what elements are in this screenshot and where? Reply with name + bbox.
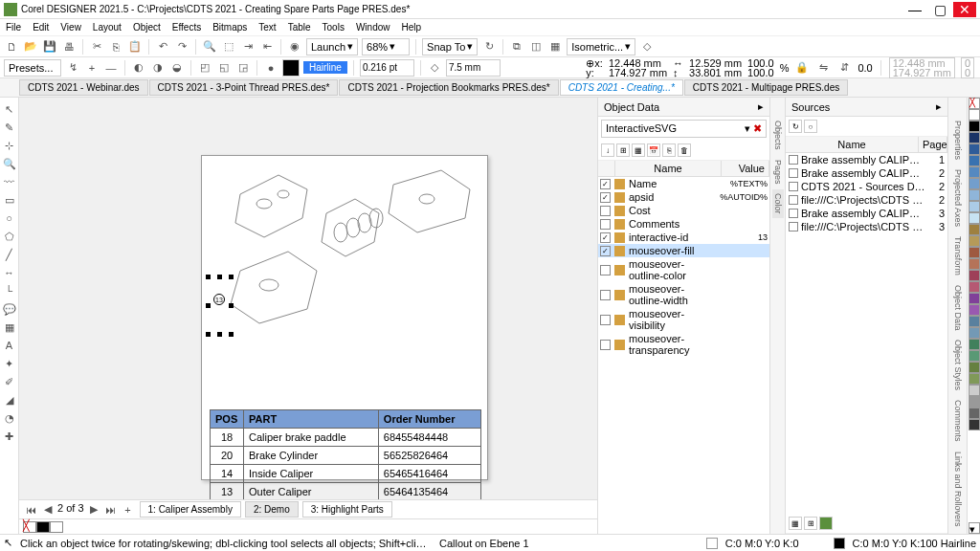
new-icon[interactable]: 🗋 bbox=[4, 39, 19, 55]
color-swatch[interactable] bbox=[969, 189, 980, 201]
src-b-2[interactable]: ⊞ bbox=[804, 517, 817, 530]
color-swatch[interactable] bbox=[969, 201, 980, 212]
effects-tool-icon[interactable]: ✦ bbox=[2, 356, 17, 371]
menu-help[interactable]: Help bbox=[402, 22, 422, 33]
vtab-properties[interactable]: Properties bbox=[952, 117, 964, 164]
caliper-drawing[interactable] bbox=[212, 165, 479, 328]
doc-tab[interactable]: CDTS 2021 - Webinar.des bbox=[19, 79, 148, 96]
poly-tool-icon[interactable]: ⬠ bbox=[2, 229, 17, 244]
vtab-pages[interactable]: Pages bbox=[772, 156, 784, 188]
color-swatch[interactable] bbox=[969, 396, 980, 408]
eyedrop-tool-icon[interactable]: ✐ bbox=[2, 374, 17, 389]
readout-rot[interactable]: 0.0 bbox=[858, 63, 872, 73]
readout-y[interactable]: 174.927 mm bbox=[609, 68, 667, 77]
mirror-v-icon[interactable]: ⇵ bbox=[836, 60, 852, 76]
od-icon-6[interactable]: 🗑 bbox=[678, 143, 691, 157]
caps1-icon[interactable]: ◐ bbox=[131, 60, 146, 76]
maximize-button[interactable]: ▢ bbox=[928, 2, 951, 17]
line-color-swatch[interactable] bbox=[282, 59, 300, 77]
redo-icon[interactable]: ↷ bbox=[174, 39, 189, 55]
color-swatch[interactable] bbox=[969, 224, 980, 235]
snap-combo[interactable]: Snap To ▾ bbox=[422, 38, 478, 55]
doc-tab-active[interactable]: CDTS 2021 - Creating...* bbox=[560, 79, 683, 96]
symbol-icon[interactable]: ⬚ bbox=[221, 39, 236, 55]
od-icon-3[interactable]: ▦ bbox=[632, 143, 645, 157]
source-row[interactable]: file:///C:\Projects\CDTS 2021 - Crea...2 bbox=[786, 193, 947, 207]
first-page-icon[interactable]: ⏮ bbox=[23, 502, 38, 518]
last-page-icon[interactable]: ⏭ bbox=[103, 502, 119, 518]
od-icon-4[interactable]: 📅 bbox=[647, 143, 660, 157]
source-row[interactable]: CDTS 2021 - Sources Docker PRES....2 bbox=[786, 180, 947, 193]
presets-combo[interactable]: Presets... bbox=[4, 59, 61, 77]
od-row[interactable]: ✓Name%TEXT% bbox=[598, 177, 769, 190]
status-fill-none-icon[interactable] bbox=[706, 538, 718, 549]
src-b-1[interactable]: ▦ bbox=[789, 517, 802, 530]
readout-h[interactable]: 33.801 mm bbox=[689, 68, 742, 77]
od-row[interactable]: ✓apsid%AUTOID% bbox=[598, 190, 769, 204]
open-icon[interactable]: 📂 bbox=[23, 39, 38, 55]
color-swatch[interactable] bbox=[969, 235, 980, 247]
selection-handles[interactable]: 13 bbox=[206, 275, 234, 342]
doc-tab[interactable]: CDTS 2021 - Projection Bookmarks PRES.de… bbox=[339, 79, 558, 96]
swatch-more-icon[interactable]: ▾ bbox=[969, 522, 980, 534]
color-swatch[interactable] bbox=[969, 281, 980, 293]
freehand-tool-icon[interactable]: 〰 bbox=[2, 174, 17, 189]
readout-sy[interactable]: 100.0 bbox=[747, 68, 774, 77]
menu-table[interactable]: Table bbox=[288, 22, 311, 33]
src-add-icon[interactable]: ↻ bbox=[789, 120, 802, 133]
color-swatch[interactable] bbox=[969, 212, 980, 224]
color-swatch[interactable] bbox=[969, 316, 980, 327]
checkbox-icon[interactable]: ✓ bbox=[600, 179, 611, 189]
od-row[interactable]: ✓mouseover-fill bbox=[598, 244, 769, 257]
vtab-object-styles[interactable]: Object Styles bbox=[952, 336, 964, 394]
callout-tool-icon[interactable]: 💬 bbox=[2, 301, 17, 317]
import-icon[interactable]: ⇥ bbox=[240, 39, 256, 55]
tool2-icon[interactable]: + bbox=[84, 60, 100, 76]
page-tab[interactable]: 3: Highlight Parts bbox=[302, 501, 392, 518]
text-tool-icon[interactable]: A bbox=[2, 338, 17, 353]
od-row[interactable]: Cost bbox=[598, 204, 769, 217]
add-page-icon[interactable]: + bbox=[121, 502, 136, 518]
source-row[interactable]: Brake assembly CALIPER LIST.xls3 bbox=[786, 207, 947, 220]
projection-combo[interactable]: Isometric...▾ bbox=[567, 38, 635, 55]
minimize-button[interactable]: — bbox=[903, 2, 926, 17]
color-swatch[interactable] bbox=[969, 408, 980, 419]
color-swatch[interactable] bbox=[969, 247, 980, 258]
dim-input[interactable] bbox=[446, 59, 501, 77]
checkbox-icon[interactable]: ✓ bbox=[600, 192, 611, 203]
od-row[interactable]: mouseover-outline-color bbox=[598, 257, 769, 282]
cut-icon[interactable]: ✂ bbox=[89, 39, 104, 55]
menu-view[interactable]: View bbox=[60, 22, 81, 33]
library-dropdown[interactable]: InteractiveSVG ▾ ✖ bbox=[601, 120, 767, 138]
checkbox-icon[interactable]: ✓ bbox=[600, 232, 611, 243]
join3-icon[interactable]: ◲ bbox=[235, 60, 251, 76]
join1-icon[interactable]: ◰ bbox=[197, 60, 212, 76]
menu-effects[interactable]: Effects bbox=[172, 22, 201, 33]
outline-width-input[interactable] bbox=[360, 59, 414, 77]
checkbox-icon[interactable] bbox=[600, 206, 611, 216]
table-row[interactable]: 20Brake Cylinder56525826464 bbox=[211, 447, 481, 465]
export-icon[interactable]: ⇤ bbox=[259, 39, 275, 55]
page-tab-active[interactable]: 2: Demo bbox=[245, 501, 299, 518]
search-icon[interactable]: 🔍 bbox=[202, 39, 217, 55]
refresh-icon[interactable]: ↻ bbox=[481, 39, 497, 55]
crop-tool-icon[interactable]: ⊹ bbox=[2, 138, 17, 153]
color-swatch[interactable] bbox=[969, 293, 980, 304]
color-swatch[interactable] bbox=[969, 109, 980, 121]
mesh-tool-icon[interactable]: ✚ bbox=[2, 429, 17, 444]
menu-window[interactable]: Window bbox=[356, 22, 390, 33]
od-row[interactable]: mouseover-transparency bbox=[598, 332, 769, 357]
color-swatch[interactable] bbox=[969, 258, 980, 270]
dimension-tool-icon[interactable]: ↔ bbox=[2, 265, 17, 280]
swatch-none[interactable]: ╳ bbox=[969, 98, 980, 109]
caps2-icon[interactable]: ◑ bbox=[150, 60, 166, 76]
shape-tool-icon[interactable]: ✎ bbox=[2, 120, 17, 135]
menu-edit[interactable]: Edit bbox=[33, 22, 49, 33]
color-swatch[interactable] bbox=[969, 132, 980, 143]
menu-layout[interactable]: Layout bbox=[93, 22, 122, 33]
doc-tab[interactable]: CDTS 2021 - Multipage PRES.des bbox=[684, 79, 848, 96]
vtab-object-data[interactable]: Object Data bbox=[952, 281, 964, 335]
menu-object[interactable]: Object bbox=[133, 22, 161, 33]
line-tool-icon[interactable]: ╱ bbox=[2, 247, 17, 262]
menu-bitmaps[interactable]: Bitmaps bbox=[212, 22, 247, 33]
